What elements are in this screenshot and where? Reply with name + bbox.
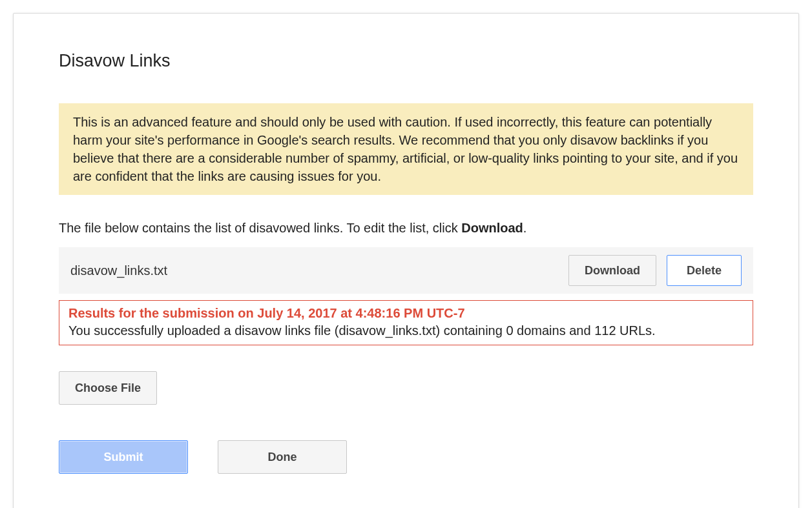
result-body: You successfully uploaded a disavow link… — [68, 323, 744, 338]
result-box: Results for the submission on July 14, 2… — [59, 300, 753, 345]
choose-file-row: Choose File — [59, 371, 753, 405]
delete-button[interactable]: Delete — [667, 255, 742, 286]
warning-notice: This is an advanced feature and should o… — [59, 103, 753, 195]
instruction-bold: Download — [461, 221, 523, 235]
instruction-text: The file below contains the list of disa… — [59, 221, 753, 236]
file-row: disavow_links.txt Download Delete — [59, 247, 753, 294]
action-row: Submit Done — [59, 440, 753, 474]
file-name: disavow_links.txt — [70, 263, 568, 278]
choose-file-button[interactable]: Choose File — [59, 371, 157, 405]
submit-button[interactable]: Submit — [59, 440, 188, 474]
instruction-suffix: . — [523, 221, 527, 235]
done-button[interactable]: Done — [218, 440, 347, 474]
instruction-prefix: The file below contains the list of disa… — [59, 221, 461, 235]
download-button[interactable]: Download — [568, 255, 656, 286]
disavow-links-card: Disavow Links This is an advanced featur… — [13, 13, 799, 508]
page-title: Disavow Links — [59, 51, 753, 71]
result-header: Results for the submission on July 14, 2… — [68, 306, 744, 321]
